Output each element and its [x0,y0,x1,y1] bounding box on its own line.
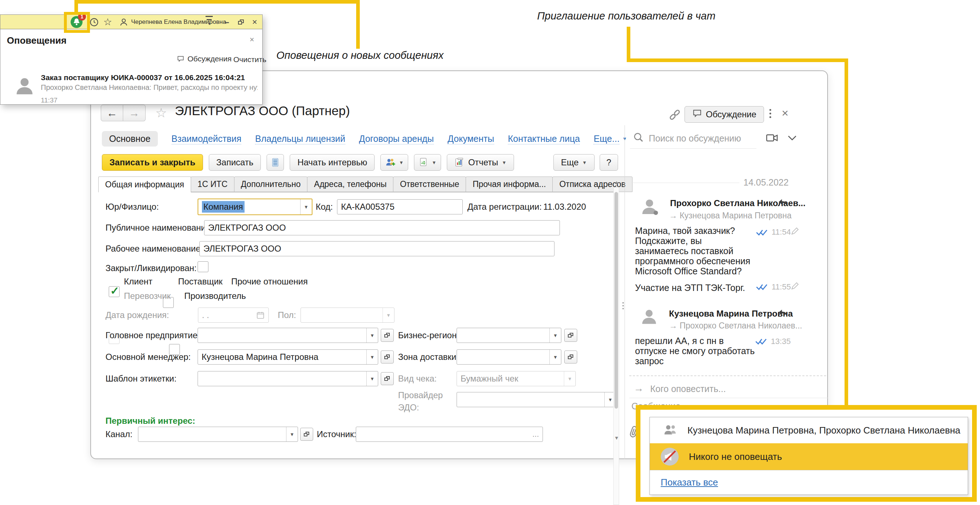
discussion-search-input[interactable]: Поиск по обсуждению [649,133,741,144]
channel-combo[interactable]: ▼ [138,427,298,442]
splitter-grip[interactable] [622,302,624,310]
people-plus-icon [385,157,396,167]
form-scrollbar-thumb[interactable] [614,192,618,409]
chevron-down-icon[interactable]: ▼ [366,350,378,364]
message-author[interactable]: Кузнецова Марина Петровна [669,309,793,319]
closed-checkbox[interactable] [197,261,208,272]
business-region-combo[interactable]: ▼ [457,328,562,343]
read-check-icon [756,283,770,292]
notify-whom-input[interactable]: Кого оповестить... [650,384,726,394]
other-relations-label: Прочие отношения [231,276,308,287]
copy-link-icon[interactable] [668,108,681,123]
nav-item-contacts[interactable]: Контактные лица [508,133,580,145]
export-document-button[interactable]: ▼ [414,154,441,171]
chevron-down-icon[interactable]: ▼ [366,328,378,343]
main-menu-icon[interactable]: ▼ [205,15,213,29]
label-template-open-button[interactable] [381,372,394,385]
chevron-down-icon[interactable]: ▼ [300,199,312,214]
edo-provider-combo[interactable]: ▼ [457,392,616,407]
save-close-button[interactable]: Записать и закрыть [102,154,203,171]
business-region-open-button[interactable] [564,329,577,342]
reply-icon[interactable] [777,308,788,319]
discussion-toggle-button[interactable]: Обсуждение [684,106,764,123]
notification-item-title[interactable]: Заказ поставщику ЮИКА-000037 от 16.06.20… [41,73,245,82]
annotation-new-messages: Оповещения о новых сообщениях [276,49,444,61]
favorites-star-icon[interactable]: ☆ [103,15,112,29]
manager-combo[interactable]: Кузнецова Марина Петровна ▼ [197,349,378,365]
history-clock-icon[interactable] [89,15,99,29]
help-button[interactable]: ? [600,154,618,171]
chevron-down-icon[interactable]: ▼ [549,350,561,364]
tab-additional[interactable]: Дополнительно [234,176,308,192]
edit-pencil-icon[interactable] [791,281,800,292]
birth-date-label: Дата рождения: [105,310,169,320]
close-panel-icon[interactable]: × [782,106,789,120]
code-input[interactable]: КА-КА005375 [337,199,463,214]
video-call-icon[interactable] [766,132,778,145]
head-company-combo[interactable]: ▼ [197,328,378,343]
doc-arrow-icon [418,157,429,167]
delivery-zone-open-button[interactable] [564,351,577,364]
notify-option-nobody[interactable]: Никого не оповещать [650,443,968,470]
read-check-icon [755,338,769,347]
manager-label: Основной менеджер: [105,352,191,362]
save-button[interactable]: Записать [209,154,261,171]
history-list-button[interactable] [267,154,284,171]
chevron-down-icon[interactable]: ▼ [286,427,298,441]
nav-item-main[interactable]: Основное [102,131,158,146]
scroll-down-icon[interactable]: ▼ [614,435,619,441]
label-template-combo[interactable]: ▼ [197,371,378,386]
notifications-title: Оповещения [7,35,67,46]
reply-icon[interactable] [777,197,788,209]
head-company-label: Головное предприятие: [105,330,200,340]
nav-item-documents[interactable]: Документы [447,133,494,145]
nav-item-license-owners[interactable]: Владельцы лицензий [255,133,345,145]
tab-unsubscribe[interactable]: Отписка адресов [552,176,633,192]
minimize-icon[interactable]: – [224,15,229,29]
chevron-down-icon[interactable]: ▼ [549,328,561,343]
head-company-open-button[interactable] [381,329,394,342]
business-region-label: Бизнес-регион: [398,330,459,340]
tab-1c-its[interactable]: 1С ИТС [191,176,234,192]
tab-other-info[interactable]: Прочая информа... [466,176,553,192]
manager-open-button[interactable] [381,351,394,364]
nav-item-interactions[interactable]: Взаимодействия [172,133,242,145]
work-name-input[interactable]: ЭЛЕКТРОГАЗ ООО [199,241,554,256]
more-button[interactable]: Еще ▼ [554,154,595,171]
clear-link[interactable]: Очистить [233,55,266,64]
start-interview-button[interactable]: Начать интервью [290,154,375,171]
forward-button[interactable]: → [123,105,146,121]
notify-option-participants[interactable]: Кузнецова Марина Петровна, Прохорко Свет… [650,417,968,443]
primary-interest-label: Первичный интерес: [105,416,196,426]
scroll-up-icon[interactable]: ▲ [614,179,619,185]
public-name-input[interactable]: ЭЛЕКТРОГАЗ ООО [204,220,560,235]
panel-divider[interactable] [625,125,625,459]
nav-item-lease-contracts[interactable]: Договоры аренды [359,133,434,145]
user-icon[interactable] [119,15,129,29]
channel-open-button[interactable] [300,428,313,441]
show-all-link[interactable]: Показать все [661,477,718,488]
chevron-down-icon[interactable]: ▼ [366,372,378,386]
reports-button[interactable]: Отчеты ▼ [447,154,514,171]
chevron-down-icon[interactable] [788,135,797,143]
tab-general-info[interactable]: Общая информация [98,176,191,192]
add-contact-button[interactable]: ▼ [380,154,408,171]
client-checkbox[interactable] [109,286,119,297]
birth-date-input: . . [198,308,269,323]
date-separator [631,183,740,183]
back-button[interactable]: ← [101,105,123,121]
close-icon[interactable]: × [250,35,254,44]
edit-pencil-icon[interactable] [791,226,800,237]
legal-entity-combo[interactable]: Компания ▼ [197,199,312,215]
tab-addresses[interactable]: Адреса, телефоны [307,176,393,192]
close-window-icon[interactable]: × [252,15,257,29]
delivery-zone-combo[interactable]: ▼ [457,349,562,365]
ellipsis-button[interactable]: ... [533,430,539,439]
kebab-menu-icon[interactable] [769,109,771,118]
nav-bar: Основное Взаимодействия Владельцы лиценз… [102,131,627,146]
source-input[interactable]: ... [356,427,543,442]
favorite-star-icon[interactable]: ☆ [155,105,167,121]
nav-item-more[interactable]: Еще... ▼ [593,133,627,145]
discussions-link[interactable]: Обсуждения [177,54,232,63]
tab-responsible[interactable]: Ответственные [393,176,466,192]
